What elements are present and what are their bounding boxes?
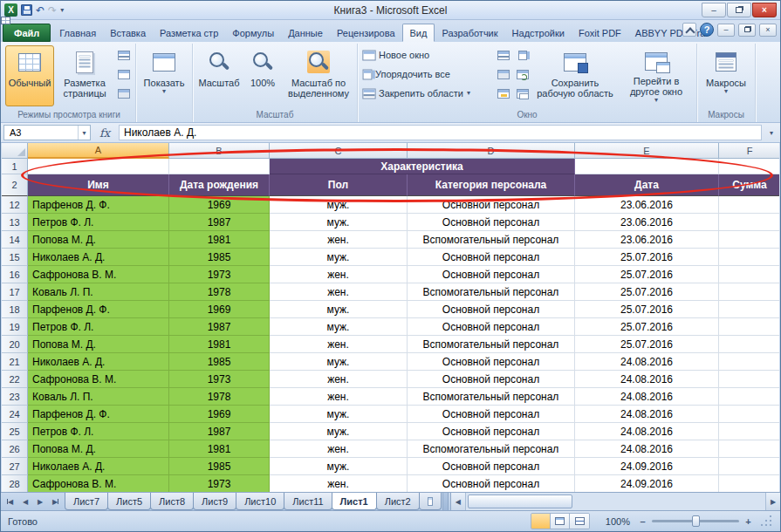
full-screen-button[interactable] <box>115 85 133 102</box>
cell-category[interactable]: Основной персонал <box>408 406 575 423</box>
ribbon-tab[interactable]: Разметка стр <box>153 24 225 42</box>
cell-sum[interactable] <box>719 231 779 249</box>
cell-category[interactable]: Основной персонал <box>408 475 575 492</box>
name-box[interactable]: A3 ▾ <box>3 125 91 140</box>
workbook-restore-button[interactable] <box>738 24 756 37</box>
cell-category[interactable]: Основной персонал <box>408 353 575 371</box>
cell-sum[interactable] <box>719 301 779 318</box>
cell-name[interactable]: Петров Ф. Л. <box>28 214 169 231</box>
save-workspace-button[interactable]: Сохранить рабочую область <box>533 45 617 106</box>
column-header[interactable]: E <box>575 143 719 159</box>
zoom-level[interactable]: 100% <box>599 516 630 527</box>
cell-name[interactable]: Петров Ф. Л. <box>28 318 169 336</box>
row-header[interactable]: 21 <box>2 353 28 371</box>
row-header[interactable]: 13 <box>2 214 28 231</box>
resize-grip[interactable] <box>761 515 773 528</box>
scroll-left-button[interactable]: ◀ <box>451 493 466 510</box>
row-header[interactable]: 17 <box>2 283 28 301</box>
cell-a1[interactable] <box>28 159 169 174</box>
cell-sex[interactable]: муж. <box>270 196 408 214</box>
row-header[interactable]: 23 <box>2 388 28 406</box>
column-header[interactable]: D <box>408 143 575 159</box>
cell-category[interactable]: Основной персонал <box>408 371 575 388</box>
last-sheet-button[interactable]: ▶ <box>48 494 62 508</box>
cell-sex[interactable]: жен. <box>270 231 408 249</box>
cell-year[interactable]: 1973 <box>169 475 270 492</box>
cell-year[interactable]: 1985 <box>169 458 270 475</box>
qat-customize-button[interactable]: ▾ <box>60 6 64 14</box>
help-button[interactable]: ? <box>700 23 714 37</box>
new-window-button[interactable]: Новое окно <box>360 45 493 65</box>
cell-year[interactable]: 1987 <box>169 318 270 336</box>
page-layout-shortcut[interactable] <box>551 514 570 529</box>
cell-date[interactable]: 25.07.2016 <box>575 318 719 336</box>
ribbon-tab[interactable]: Рецензирова <box>330 24 402 42</box>
cell-year[interactable]: 1987 <box>169 214 270 231</box>
row-header[interactable]: 24 <box>2 406 28 423</box>
header-sex[interactable]: Пол <box>270 174 408 196</box>
ribbon-tab[interactable]: Foxit PDF <box>572 24 628 42</box>
cell-sum[interactable] <box>719 249 779 266</box>
cell-sum[interactable] <box>719 406 779 423</box>
page-break-shortcut[interactable] <box>570 514 589 529</box>
row-header[interactable]: 25 <box>2 423 28 440</box>
cell-category[interactable]: Основной персонал <box>408 423 575 440</box>
select-all-corner[interactable] <box>2 143 28 159</box>
page-layout-button[interactable]: Разметка страницы <box>56 45 113 106</box>
cell-sex[interactable]: муж. <box>270 458 408 475</box>
page-break-preview-button[interactable] <box>115 47 133 64</box>
row-header[interactable]: 2 <box>2 174 28 196</box>
row-header[interactable]: 14 <box>2 231 28 249</box>
first-sheet-button[interactable]: ◀ <box>3 494 17 508</box>
cell-category[interactable]: Основной персонал <box>408 458 575 475</box>
freeze-panes-button[interactable]: Закрепить области ▾ <box>360 84 493 103</box>
row-header[interactable]: 15 <box>2 249 28 266</box>
ribbon-tab[interactable]: Надстройки <box>505 24 572 42</box>
cell-sex[interactable]: муж. <box>270 318 408 336</box>
cell-sex[interactable]: муж. <box>270 249 408 266</box>
sheet-tab[interactable]: Лист8 <box>150 493 194 510</box>
sheet-tab[interactable]: Лист1 <box>332 493 377 510</box>
undo-button[interactable]: ↶ <box>36 5 45 16</box>
scroll-thumb[interactable] <box>468 494 572 508</box>
cell-sex[interactable]: жен. <box>270 283 408 301</box>
ribbon-tab[interactable]: Вид <box>402 24 435 42</box>
name-box-dropdown-icon[interactable]: ▾ <box>78 126 90 140</box>
cell-year[interactable]: 1969 <box>169 406 270 423</box>
cell-name[interactable]: Парфенов Д. Ф. <box>28 196 169 214</box>
cell-name[interactable]: Парфенов Д. Ф. <box>28 301 169 318</box>
zoom-in-button[interactable]: + <box>743 516 754 527</box>
minimize-ribbon-button[interactable] <box>682 23 696 37</box>
zoom-button[interactable]: Масштаб <box>195 45 243 106</box>
header-sum[interactable]: Сумма <box>719 174 779 196</box>
merged-header-characteristic[interactable]: Характеристика <box>270 159 575 174</box>
row-header[interactable]: 12 <box>2 196 28 214</box>
unhide-window-button[interactable] <box>495 85 512 102</box>
row-header[interactable]: 27 <box>2 458 28 475</box>
cell-sum[interactable] <box>719 336 779 353</box>
row-header[interactable]: 18 <box>2 301 28 318</box>
ribbon-tab[interactable]: Вставка <box>103 24 153 42</box>
macros-button[interactable]: Макросы ▾ <box>700 45 752 106</box>
cell-name[interactable]: Николаев А. Д. <box>28 249 169 266</box>
cell-name[interactable]: Попова М. Д. <box>28 231 169 249</box>
formula-input[interactable]: Николаев А. Д. <box>119 125 762 140</box>
cell-date[interactable]: 23.06.2016 <box>575 231 719 249</box>
cell-f1[interactable] <box>719 159 779 174</box>
previous-sheet-button[interactable]: ◀ <box>18 494 32 508</box>
column-header[interactable]: C <box>270 143 408 159</box>
insert-sheet-button[interactable] <box>419 493 442 510</box>
cell-name[interactable]: Николаев А. Д. <box>28 458 169 475</box>
header-date[interactable]: Дата <box>575 174 719 196</box>
sheet-tab[interactable]: Лист11 <box>284 493 332 510</box>
cell-name[interactable]: Попова М. Д. <box>28 440 169 458</box>
cell-category[interactable]: Основной персонал <box>408 249 575 266</box>
cell-category[interactable]: Вспомогательный персонал <box>408 283 575 301</box>
cell-year[interactable]: 1969 <box>169 301 270 318</box>
ribbon-tab[interactable]: Разработчик <box>435 24 504 42</box>
cell-b1[interactable] <box>169 159 270 174</box>
cell-date[interactable]: 24.09.2016 <box>575 475 719 492</box>
header-birthdate[interactable]: Дата рождения <box>169 174 270 196</box>
switch-windows-button[interactable]: Перейти в другое окно ▾ <box>619 45 694 106</box>
cell-sum[interactable] <box>719 214 779 231</box>
